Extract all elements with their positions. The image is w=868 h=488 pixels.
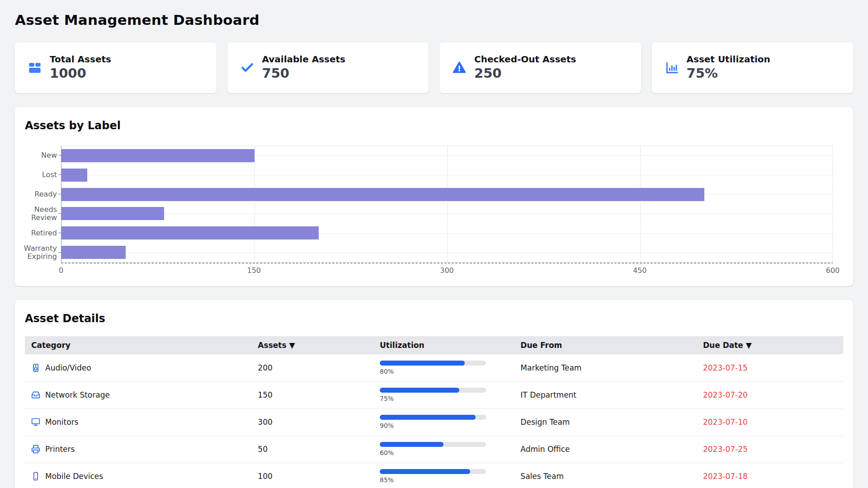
due-date: 2023-07-25 bbox=[697, 436, 843, 463]
assets-count: 150 bbox=[251, 381, 373, 408]
assets-count: 300 bbox=[251, 408, 373, 436]
column-header-assets-sort[interactable]: Assets ▼ bbox=[251, 336, 373, 354]
bar-row-warranty-expiring bbox=[61, 243, 833, 262]
smartphone-icon bbox=[31, 472, 40, 481]
x-tick-label: 300 bbox=[440, 266, 454, 275]
utilization-percent-label: 75% bbox=[380, 395, 508, 402]
page-title: Asset Management Dashboard bbox=[15, 0, 853, 28]
category-name: Audio/Video bbox=[45, 363, 91, 372]
bar-row-needs-review bbox=[61, 204, 833, 223]
y-axis-label: Warranty Expiring bbox=[25, 243, 61, 262]
kpi-value: 75% bbox=[687, 66, 770, 81]
chart-plot-area bbox=[61, 145, 833, 262]
kpi-value: 1000 bbox=[50, 66, 111, 81]
assets-by-label-bar-chart: New Lost Ready Needs Review Retired Warr… bbox=[25, 145, 833, 262]
gridline bbox=[61, 253, 833, 253]
x-tick-label: 600 bbox=[826, 266, 840, 275]
x-tick-label: 150 bbox=[247, 266, 261, 275]
utilization-progress-bar bbox=[380, 361, 486, 366]
table-row: Network Storage 150 75% IT Department 20… bbox=[25, 381, 843, 408]
category-name: Monitors bbox=[45, 418, 78, 427]
y-axis-label: Ready bbox=[25, 184, 61, 204]
utilization-percent-label: 90% bbox=[380, 422, 508, 429]
due-date: 2023-07-20 bbox=[697, 381, 843, 408]
utilization-progress-fill bbox=[380, 415, 476, 420]
x-tick-label: 0 bbox=[59, 266, 63, 275]
kpi-label: Checked-Out Assets bbox=[474, 54, 576, 65]
category-name: Network Storage bbox=[45, 390, 110, 399]
gridline bbox=[61, 175, 833, 175]
kpi-value: 750 bbox=[262, 66, 346, 81]
column-header-utilization: Utilization bbox=[373, 336, 514, 354]
printer-icon bbox=[31, 445, 40, 454]
assets-by-label-chart-card: Assets by Label New Lost Ready Needs Rev… bbox=[15, 107, 853, 286]
utilization-percent-label: 80% bbox=[380, 368, 508, 375]
table-row: Monitors 300 90% Design Team 2023-07-10 bbox=[25, 408, 843, 436]
kpi-card-asset-utilization: Asset Utilization 75% bbox=[652, 42, 854, 93]
due-date: 2023-07-18 bbox=[697, 463, 843, 488]
chart-bar-warranty-expiring[interactable] bbox=[61, 246, 126, 259]
chart-bar-new[interactable] bbox=[61, 149, 255, 162]
chart-bar-ready[interactable] bbox=[61, 188, 704, 201]
utilization-progress-fill bbox=[380, 361, 465, 366]
kpi-value: 250 bbox=[474, 66, 576, 81]
check-icon bbox=[240, 61, 255, 75]
chart-bar-retired[interactable] bbox=[61, 226, 319, 239]
chart-bar-lost[interactable] bbox=[61, 169, 87, 182]
column-header-due-from: Due From bbox=[514, 336, 697, 354]
assets-count: 50 bbox=[251, 436, 373, 463]
y-axis-label: New bbox=[25, 145, 61, 165]
due-from: IT Department bbox=[514, 381, 697, 408]
bar-chart-icon bbox=[665, 61, 679, 75]
kpi-label: Total Assets bbox=[50, 54, 111, 65]
gridline bbox=[61, 214, 833, 214]
table-row: Mobile Devices 100 85% Sales Team 2023-0… bbox=[25, 463, 843, 488]
inbox-icon bbox=[31, 390, 40, 399]
x-tick-label: 450 bbox=[633, 266, 647, 275]
chart-x-axis-labels: 0 150 300 450 600 bbox=[61, 262, 833, 275]
due-from: Sales Team bbox=[514, 463, 697, 488]
asset-details-card: Asset Details Category Assets ▼ Utilizat… bbox=[15, 300, 853, 488]
category-name: Printers bbox=[45, 445, 75, 454]
kpi-card-total-assets: Total Assets 1000 bbox=[15, 42, 217, 93]
category-name: Mobile Devices bbox=[45, 472, 103, 481]
kpi-label: Available Assets bbox=[262, 54, 346, 65]
utilization-progress-bar bbox=[380, 442, 486, 447]
bar-row-ready bbox=[61, 185, 833, 204]
kpi-card-checked-out-assets: Checked-Out Assets 250 bbox=[439, 42, 641, 93]
chart-y-axis-labels: New Lost Ready Needs Review Retired Warr… bbox=[25, 145, 61, 262]
column-header-category: Category bbox=[25, 336, 251, 354]
utilization-progress-fill bbox=[380, 469, 470, 474]
kpi-row: Total Assets 1000 Available Assets 750 C… bbox=[15, 42, 853, 93]
box-icon bbox=[28, 61, 42, 75]
table-row: Printers 50 60% Admin Office 2023-07-25 bbox=[25, 436, 843, 463]
utilization-percent-label: 85% bbox=[380, 476, 508, 483]
assets-count: 200 bbox=[251, 354, 373, 381]
utilization-progress-bar bbox=[380, 469, 486, 474]
column-header-due-date-sort[interactable]: Due Date ▼ bbox=[697, 336, 843, 354]
kpi-card-available-assets: Available Assets 750 bbox=[227, 42, 429, 93]
chart-title: Assets by Label bbox=[25, 119, 833, 132]
chart-bar-needs-review[interactable] bbox=[61, 207, 164, 220]
asset-details-table: Category Assets ▼ Utilization Due From D… bbox=[25, 336, 843, 488]
table-header-row: Category Assets ▼ Utilization Due From D… bbox=[25, 336, 843, 354]
bar-row-lost bbox=[61, 165, 833, 185]
due-from: Design Team bbox=[514, 408, 697, 436]
y-axis-label: Lost bbox=[25, 165, 61, 184]
table-row: Audio/Video 200 80% Marketing Team 2023-… bbox=[25, 354, 843, 381]
due-from: Marketing Team bbox=[514, 354, 697, 381]
warning-icon bbox=[452, 61, 467, 75]
utilization-progress-fill bbox=[380, 388, 459, 393]
due-from: Admin Office bbox=[514, 436, 697, 463]
kpi-label: Asset Utilization bbox=[687, 54, 770, 65]
monitor-icon bbox=[31, 418, 40, 427]
y-axis-label: Retired bbox=[25, 223, 61, 243]
bar-row-new bbox=[61, 146, 833, 165]
y-axis-label: Needs Review bbox=[25, 204, 61, 223]
utilization-progress-bar bbox=[380, 415, 486, 420]
utilization-percent-label: 60% bbox=[380, 449, 508, 456]
due-date: 2023-07-10 bbox=[697, 408, 843, 436]
speaker-icon bbox=[31, 363, 40, 372]
assets-count: 100 bbox=[251, 463, 373, 488]
utilization-progress-bar bbox=[380, 388, 486, 393]
